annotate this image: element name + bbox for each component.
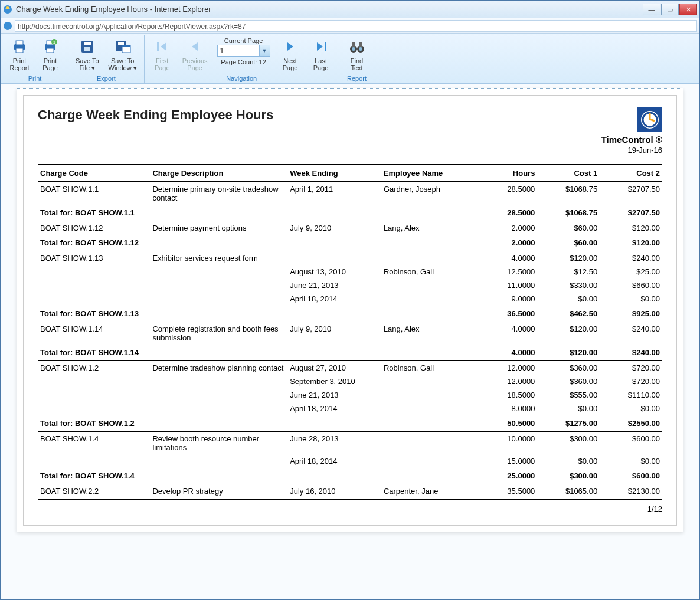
svg-rect-12 (84, 47, 90, 51)
svg-rect-3 (16, 41, 23, 45)
group-label-print: Print (28, 75, 42, 82)
ie-favicon-small (3, 21, 12, 31)
total-row: Total for: BOAT SHOW.1.122.0000$60.00$12… (38, 235, 662, 251)
page-number: 1/12 (38, 504, 662, 513)
report-date: 19-Jun-16 (601, 146, 662, 155)
svg-marker-21 (317, 42, 323, 51)
table-row: June 21, 201318.5000$555.00$1110.00 (38, 388, 662, 402)
current-page-label: Current Page (224, 37, 263, 44)
col-cost2: Cost 2 (600, 165, 662, 182)
table-row: BOAT SHOW.2.2Develop PR strategyJuly 16,… (38, 484, 662, 499)
col-week-ending: Week Ending (287, 165, 381, 182)
minimize-button[interactable]: — (643, 4, 660, 15)
svg-marker-20 (287, 42, 293, 51)
binoculars-icon (348, 37, 367, 56)
find-text-button[interactable]: Find Text (343, 35, 371, 74)
total-row: Total for: BOAT SHOW.1.128.5000$1068.75$… (38, 205, 662, 221)
table-row: April 18, 20148.0000$0.00$0.00 (38, 402, 662, 415)
svg-rect-11 (84, 42, 91, 45)
table-row: April 18, 201415.0000$0.00$0.00 (38, 454, 662, 468)
table-row: BOAT SHOW.1.12Determine payment optionsJ… (38, 221, 662, 235)
col-hours: Hours (475, 165, 538, 182)
svg-point-26 (359, 47, 362, 51)
table-row: September 3, 201012.0000$360.00$720.00 (38, 375, 662, 388)
previous-page-icon (185, 37, 204, 56)
maximize-button[interactable]: ▭ (661, 4, 679, 15)
group-label-report: Report (347, 75, 367, 82)
address-bar: http://docs.timecontrol.org/Application/… (1, 18, 699, 34)
close-button[interactable]: ✕ (679, 4, 697, 15)
table-row: BOAT SHOW.1.13Exhibitor services request… (38, 251, 662, 265)
group-label-navigation: Navigation (226, 75, 257, 82)
previous-page-button[interactable]: Previous Page (179, 35, 211, 74)
report-toolbar: Print Report 1 Print Page Print Save To (1, 34, 699, 84)
report-title: Charge Week Ending Employee Hours (38, 107, 273, 123)
svg-rect-14 (118, 42, 124, 45)
report-table: Charge Code Charge Description Week Endi… (38, 164, 662, 500)
printer-one-icon: 1 (41, 37, 60, 56)
window-frame: Charge Week Ending Employee Hours - Inte… (0, 0, 700, 600)
total-row: Total for: BOAT SHOW.1.1336.5000$462.50$… (38, 306, 662, 322)
col-charge-description: Charge Description (150, 165, 287, 182)
svg-rect-28 (359, 42, 362, 47)
save-to-window-button[interactable]: Save To Window ▾ (105, 35, 140, 74)
next-page-button[interactable]: Next Page (276, 35, 305, 74)
brand-label: TimeControl ® (601, 135, 662, 145)
toolbar-group-navigation: First Page Previous Page Current Page ▼ … (145, 35, 339, 83)
page-dropdown-icon[interactable]: ▼ (259, 45, 270, 56)
svg-point-25 (352, 47, 355, 51)
report-viewer[interactable]: Charge Week Ending Employee Hours TimeCo… (1, 84, 699, 599)
table-row: BOAT SHOW.1.4Review booth resource numbe… (38, 432, 662, 455)
svg-rect-4 (16, 48, 23, 53)
print-page-button[interactable]: 1 Print Page (36, 35, 64, 74)
table-row: BOAT SHOW.1.1Determine primary on-site t… (38, 182, 662, 205)
svg-marker-19 (192, 42, 198, 51)
printer-icon (10, 37, 29, 56)
table-row: August 13, 2010Robinson, Gail12.5000$12.… (38, 265, 662, 278)
next-page-icon (281, 37, 300, 56)
current-page-input[interactable] (218, 46, 259, 55)
toolbar-group-print: Print Report 1 Print Page Print (2, 35, 68, 83)
svg-rect-22 (325, 42, 326, 51)
page-container: Charge Week Ending Employee Hours TimeCo… (17, 88, 683, 532)
report-page: Charge Week Ending Employee Hours TimeCo… (23, 95, 677, 526)
group-label-export: Export (97, 75, 116, 82)
total-row: Total for: BOAT SHOW.1.425.0000$300.00$6… (38, 468, 662, 484)
table-row: June 21, 201311.0000$330.00$660.00 (38, 278, 662, 292)
table-row: April 18, 20149.0000$0.00$0.00 (38, 292, 662, 306)
window-titlebar: Charge Week Ending Employee Hours - Inte… (1, 1, 699, 18)
table-row: BOAT SHOW.1.2Determine tradeshow plannin… (38, 361, 662, 375)
timecontrol-logo-icon (637, 107, 662, 132)
ie-favicon (3, 5, 12, 14)
page-count-label: Page Count: 12 (221, 58, 266, 65)
col-charge-code: Charge Code (38, 165, 150, 182)
current-page-field[interactable]: ▼ (217, 45, 270, 57)
col-employee-name: Employee Name (381, 165, 475, 182)
last-page-icon (312, 37, 331, 56)
first-page-button[interactable]: First Page (148, 35, 176, 74)
floppy-window-icon (113, 37, 132, 56)
total-row: Total for: BOAT SHOW.1.144.0000$120.00$2… (38, 345, 662, 361)
toolbar-group-report: Find Text Report (339, 35, 375, 83)
svg-text:1: 1 (53, 40, 56, 45)
toolbar-group-export: Save To File ▾ Save To Window ▾ Export (68, 35, 145, 83)
window-title: Charge Week Ending Employee Hours - Inte… (16, 5, 643, 14)
save-to-file-button[interactable]: Save To File ▾ (72, 35, 103, 74)
svg-rect-27 (352, 42, 355, 47)
svg-rect-16 (122, 45, 130, 47)
last-page-button[interactable]: Last Page (307, 35, 335, 74)
print-report-button[interactable]: Print Report (5, 35, 34, 74)
url-field[interactable]: http://docs.timecontrol.org/Application/… (15, 20, 697, 32)
svg-marker-18 (161, 42, 166, 51)
first-page-icon (153, 37, 172, 56)
table-row: BOAT SHOW.1.14Complete registration and … (38, 322, 662, 345)
svg-point-1 (4, 22, 12, 30)
svg-rect-7 (47, 48, 54, 53)
svg-rect-17 (157, 42, 159, 51)
col-cost1: Cost 1 (537, 165, 600, 182)
current-page-control: Current Page ▼ Page Count: 12 (214, 35, 274, 65)
total-row: Total for: BOAT SHOW.1.250.5000$1275.00$… (38, 415, 662, 432)
floppy-icon (78, 37, 97, 56)
